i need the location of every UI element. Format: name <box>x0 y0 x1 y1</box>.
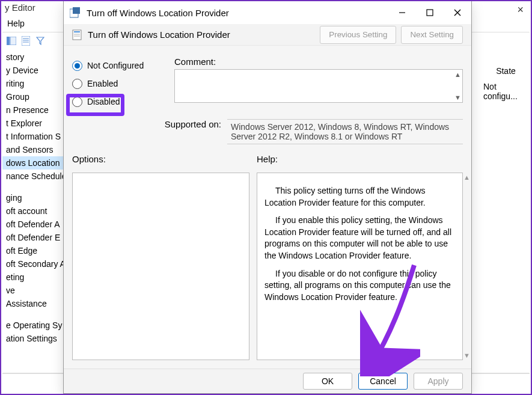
parent-close-icon[interactable]: × <box>517 4 524 16</box>
toolbar-nav-icon[interactable] <box>5 34 18 47</box>
radio-label: Enabled <box>87 79 118 88</box>
radio-enabled[interactable]: Enabled <box>72 75 174 93</box>
dialog-titlebar: Turn off Windows Location Provider <box>64 1 471 24</box>
options-label: Options: <box>72 154 249 164</box>
previous-setting-button[interactable]: Previous Setting <box>320 26 396 44</box>
comment-textarea[interactable]: ▲ ▼ <box>174 69 463 103</box>
help-paragraph: This policy setting turns off the Window… <box>264 185 455 209</box>
help-label: Help: <box>257 154 463 164</box>
apply-button[interactable]: Apply <box>414 373 463 390</box>
svg-rect-2 <box>22 36 30 46</box>
app-icon <box>70 7 81 18</box>
svg-rect-13 <box>74 31 80 32</box>
help-panel: This policy setting turns off the Window… <box>257 173 463 360</box>
policy-icon <box>72 29 83 40</box>
close-button[interactable] <box>444 1 471 24</box>
ok-button[interactable]: OK <box>303 373 352 390</box>
menu-help[interactable]: Help <box>7 19 25 28</box>
toolbar-filter-icon[interactable] <box>34 34 47 47</box>
svg-rect-0 <box>7 37 10 45</box>
dialog-subheader: Turn off Windows Location Provider Previ… <box>64 24 471 46</box>
state-cell[interactable]: Not configu... <box>483 82 528 101</box>
comment-label: Comment: <box>174 57 463 67</box>
minimize-button[interactable] <box>388 1 416 24</box>
options-panel <box>72 173 249 360</box>
supported-on-label: Supported on: <box>72 119 227 144</box>
scroll-up-icon[interactable]: ▲ <box>454 71 461 78</box>
parent-list-right: State Not configu... <box>483 64 528 101</box>
dialog-title: Turn off Windows Location Provider <box>87 8 388 18</box>
radio-icon <box>72 61 82 71</box>
svg-rect-9 <box>427 10 433 16</box>
supported-on-text: Windows Server 2012, Windows 8, Windows … <box>227 119 463 144</box>
scroll-up-icon[interactable]: ▲ <box>463 174 470 181</box>
maximize-button[interactable] <box>416 1 444 24</box>
annotation-highlight <box>66 94 124 116</box>
help-paragraph: If you disable or do not configure this … <box>264 268 455 304</box>
parent-window-title: y Editor <box>5 2 35 13</box>
toolbar-props-icon[interactable] <box>19 34 32 47</box>
radio-label: Not Configured <box>87 61 144 70</box>
svg-rect-7 <box>73 7 80 14</box>
radio-icon <box>72 79 82 89</box>
cancel-button[interactable]: Cancel <box>358 373 408 390</box>
scroll-down-icon[interactable]: ▼ <box>463 352 470 359</box>
column-header-state[interactable]: State <box>483 64 528 82</box>
policy-dialog: Turn off Windows Location Provider Turn … <box>63 1 472 394</box>
policy-title: Turn off Windows Location Provider <box>88 29 315 40</box>
next-setting-button[interactable]: Next Setting <box>401 26 463 44</box>
radio-not-configured[interactable]: Not Configured <box>72 57 174 75</box>
scroll-down-icon[interactable]: ▼ <box>454 94 461 101</box>
svg-rect-1 <box>10 37 16 45</box>
help-paragraph: If you enable this policy setting, the W… <box>264 215 455 262</box>
